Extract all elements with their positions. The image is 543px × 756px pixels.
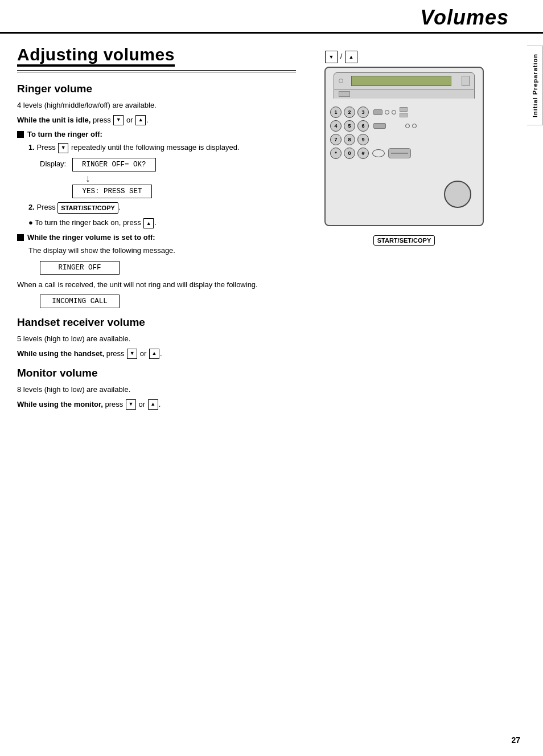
key-8[interactable]: 8 <box>344 134 355 145</box>
page-title-header: Volumes <box>0 6 509 30</box>
start-set-copy-area: START/SET/COPY <box>307 231 501 246</box>
dot1 <box>385 110 389 115</box>
key-2[interactable]: 2 <box>344 107 355 118</box>
speaker-hole <box>339 79 343 83</box>
monitor-line2: While using the monitor, press ▼ or ▲. <box>17 399 296 410</box>
keypad-row2: 4 5 6 <box>330 120 417 132</box>
ringer-intro1: 4 levels (high/middle/low/off) are avail… <box>17 100 296 111</box>
handset-down-btn: ▼ <box>127 349 137 359</box>
connector-icon <box>373 109 382 115</box>
handset-section: Handset receiver volume 5 levels (high t… <box>17 316 296 359</box>
key-9[interactable]: 9 <box>357 134 369 145</box>
start-set-copy-key-step2[interactable]: START/SET/COPY <box>57 202 118 214</box>
keypad-row4: * 0 # <box>330 148 417 159</box>
step2: 2. Press START/SET/COPY. <box>28 202 296 214</box>
up-arrow-sub: ▲ <box>143 218 154 228</box>
key-3[interactable]: 3 <box>357 107 369 118</box>
display-ringer-off: RINGER OFF <box>40 261 296 275</box>
page-header: Volumes <box>0 0 543 34</box>
ringer-volume-section: Ringer volume 4 levels (high/middle/low/… <box>17 83 296 308</box>
adjusting-volumes-title: Adjusting volumes <box>17 45 296 72</box>
bullet-ringer-set-off: While the ringer volume is set to off: <box>17 233 296 242</box>
monitor-section: Monitor volume 8 levels (high to low) ar… <box>17 367 296 410</box>
dot2 <box>392 110 396 115</box>
ringer-volume-title: Ringer volume <box>17 83 296 95</box>
right-column: ▼ / ▲ <box>307 45 501 413</box>
device-icon-top-right <box>462 76 470 86</box>
paper-line <box>391 153 408 154</box>
sub-bullet-turn-back-on: To turn the ringer back on, press ▲. <box>28 218 296 228</box>
key-0[interactable]: 0 <box>344 148 355 159</box>
display-section-1: Display: RINGER OFF= OK? ↓ Display: YES:… <box>40 158 296 199</box>
bullet-turn-off: To turn the ringer off: <box>17 130 296 138</box>
arrows-label-area: ▼ / ▲ <box>324 51 501 63</box>
handset-line2-bold: While using the handset, <box>17 349 104 358</box>
big-round-button[interactable] <box>444 181 471 208</box>
incoming-call-note: When a call is received, the unit will n… <box>17 279 296 291</box>
dot4 <box>412 124 417 128</box>
display-incoming-call: INCOMING CALL <box>40 295 296 308</box>
keypad-area: 1 2 3 4 5 <box>330 107 417 159</box>
up-arrow-btn: ▲ <box>135 115 146 125</box>
led1 <box>400 107 408 112</box>
bullet-square-icon <box>17 131 24 138</box>
diag-down-arrow: ▼ <box>325 51 338 63</box>
arrow-between-displays: ↓ <box>85 173 296 185</box>
monitor-volume-title: Monitor volume <box>17 367 296 379</box>
monitor-down-btn: ▼ <box>126 399 136 410</box>
handset-line1: 5 levels (high to low) are available. <box>17 333 296 345</box>
dot3 <box>405 124 410 128</box>
ringer-intro2-bold: While the unit is idle, <box>17 116 90 124</box>
device-top-bar <box>334 72 475 89</box>
led2 <box>400 113 408 117</box>
bullet-turn-off-label: To turn the ringer off: <box>27 130 102 138</box>
device-screen <box>351 76 451 86</box>
bullet-ringer-set-off-label: While the ringer volume is set to off: <box>27 233 155 242</box>
monitor-line1: 8 levels (high to low) are available. <box>17 384 296 395</box>
display-box-ringer-off-ok: RINGER OFF= OK? <box>72 158 156 171</box>
step1: 1. Press ▼ repeatedly until the followin… <box>28 142 296 153</box>
display-box-ringer-off: RINGER OFF <box>40 261 120 275</box>
key-1[interactable]: 1 <box>330 107 342 118</box>
bullet2-desc: The display will show the following mess… <box>28 245 296 256</box>
keypad-row1: 1 2 3 <box>330 107 417 118</box>
handset-line2: While using the handset, press ▼ or ▲. <box>17 348 296 359</box>
display-box-incoming-call: INCOMING CALL <box>40 295 120 308</box>
handset-volume-title: Handset receiver volume <box>17 316 296 329</box>
diag-up-arrow: ▲ <box>345 51 357 63</box>
step2-num: 2. <box>28 203 35 211</box>
display-label-row: Display: RINGER OFF= OK? <box>40 158 296 171</box>
key-5[interactable]: 5 <box>344 120 355 132</box>
keypad-row3: 7 8 9 <box>330 134 417 145</box>
side-tab: Initial Preparation <box>527 46 543 125</box>
main-content: Adjusting volumes Ringer volume 4 levels… <box>0 34 543 424</box>
key-6[interactable]: 6 <box>357 120 369 132</box>
monitor-line2-bold: While using the monitor, <box>17 400 103 408</box>
bullet-square-icon-2 <box>17 234 24 241</box>
step1-num: 1. <box>28 143 35 152</box>
monitor-up-btn: ▲ <box>148 399 158 410</box>
ringer-intro2: While the unit is idle, press ▼ or ▲. <box>17 115 296 126</box>
start-set-copy-label[interactable]: START/SET/COPY <box>373 235 435 246</box>
leds <box>400 107 408 117</box>
handset-up-btn: ▲ <box>149 349 159 359</box>
step1-down-btn: ▼ <box>58 143 68 153</box>
device-middle-bar <box>334 89 475 99</box>
down-arrow-btn: ▼ <box>113 115 124 125</box>
device-illustration: 1 2 3 4 5 <box>324 67 484 226</box>
left-column: Adjusting volumes Ringer volume 4 levels… <box>17 45 296 413</box>
display-row-yes-press-set: Display: YES: PRESS SET <box>40 185 296 198</box>
paper-slot <box>388 148 411 158</box>
key-4[interactable]: 4 <box>330 120 342 132</box>
connector-2 <box>373 123 386 129</box>
page-number: 27 <box>511 735 520 745</box>
oval-shape <box>372 149 385 157</box>
display-box-yes-press-set: YES: PRESS SET <box>72 185 152 198</box>
key-hash[interactable]: # <box>357 148 369 159</box>
key-7[interactable]: 7 <box>330 134 342 145</box>
key-star[interactable]: * <box>330 148 342 159</box>
sd-slot <box>339 91 350 97</box>
device-top-area <box>334 72 475 99</box>
